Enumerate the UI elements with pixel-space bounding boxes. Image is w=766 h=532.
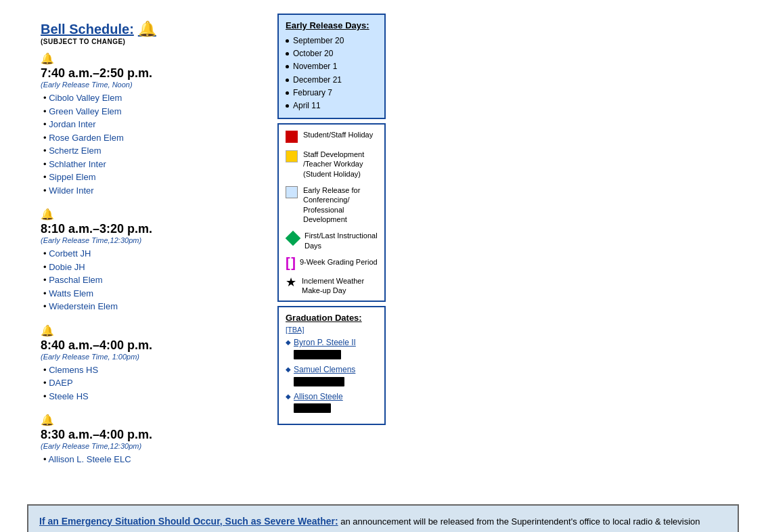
note-1: (Early Release Time, Noon) (41, 81, 264, 89)
emergency-link-text: If an Emergency Situation Should Occur, … (39, 516, 338, 527)
legend-label-weather: Inclement Weather Make-up Day (302, 276, 378, 296)
time-range-3: 8:40 a.m.–4:00 p.m. (41, 338, 264, 353)
grad-entry-3: ◆ Allison Steele (286, 392, 378, 414)
list-item: Jordan Inter (43, 118, 264, 131)
list-item: April 11 (286, 99, 378, 112)
time-range-4: 8:30 a.m.–4:00 p.m. (41, 428, 264, 442)
list-item: February 7 (286, 87, 378, 99)
bell-schedule-title: Bell Schedule: 🔔 (41, 20, 264, 38)
list-item: Allison L. Steele ELC (43, 453, 264, 466)
time-range-2: 8:10 a.m.–3:20 p.m. (41, 222, 264, 236)
grad-school-name-3: Allison Steele (294, 392, 343, 403)
grad-school-name-1: Byron P. Steele II (294, 338, 356, 349)
bell-icon-1: 🔔 (41, 52, 264, 65)
bullet-dot (286, 52, 289, 56)
list-item: Sippel Elem (43, 171, 264, 184)
school-list-4: Allison L. Steele ELC (41, 453, 264, 466)
legend-label-holiday: Student/Staff Holiday (303, 130, 373, 139)
legend-item-holiday: Student/Staff Holiday (286, 130, 378, 143)
grad-school-2: Samuel Clemens (294, 365, 355, 386)
list-item: December 21 (286, 74, 378, 87)
list-item: Steele HS (43, 390, 264, 403)
legend-box: Student/Staff Holiday Staff Development … (277, 123, 386, 302)
list-item: Wiederstein Elem (43, 300, 264, 313)
time-block-3: 🔔 8:40 a.m.–4:00 p.m. (Early Release Tim… (41, 324, 264, 403)
legend-label-grading-period: 9-Week Grading Period (300, 257, 378, 267)
early-release-list: September 20 October 20 November 1 Decem… (286, 35, 378, 112)
bracket-icon: [ ] (286, 256, 294, 269)
time-block-2: 🔔 8:10 a.m.–3:20 p.m. (Early Release Tim… (41, 208, 264, 313)
bell-icon: 🔔 (138, 20, 156, 38)
list-item: November 1 (286, 60, 378, 73)
grad-date-bar-2 (294, 377, 344, 386)
graduation-tba: [TBA] (286, 326, 378, 334)
list-item: October 20 (286, 47, 378, 60)
list-item: Cibolo Valley Elem (43, 91, 264, 105)
graduation-title: Graduation Dates: (286, 313, 378, 323)
bullet-dot (286, 79, 289, 82)
legend-item-early-release: Early Release for Conferencing/ Professi… (286, 185, 378, 224)
light-blue-box-icon (286, 186, 298, 198)
grad-diamond-icon-2: ◆ (286, 365, 291, 373)
diamond-icon (286, 231, 301, 246)
legend-label-staff-dev: Staff Development /Teacher Workday (Stud… (303, 150, 378, 179)
star-icon: ★ (286, 276, 296, 288)
graduation-box: Graduation Dates: [TBA] ◆ Byron P. Steel… (277, 306, 386, 425)
legend-label-early-release: Early Release for Conferencing/ Professi… (303, 185, 378, 224)
legend-item-weather: ★ Inclement Weather Make-up Day (286, 276, 378, 296)
list-item: Paschal Elem (43, 273, 264, 287)
grad-entry-1: ◆ Byron P. Steele II (286, 338, 378, 359)
grad-school-3: Allison Steele (294, 392, 343, 414)
grad-diamond-icon-1: ◆ (286, 338, 291, 346)
early-release-title: Early Release Days: (286, 20, 378, 30)
list-item: Dobie JH (43, 261, 264, 274)
bell-icon-3: 🔔 (41, 324, 264, 337)
list-item: Watts Elem (43, 287, 264, 301)
grad-entry-2: ◆ Samuel Clemens (286, 365, 378, 386)
time-block-4: 🔔 8:30 a.m.–4:00 p.m. (Early Release Tim… (41, 414, 264, 466)
grad-date-bar-3 (294, 403, 331, 413)
time-block-1: 🔔 7:40 a.m.–2:50 p.m. (Early Release Tim… (41, 52, 264, 197)
diamond-icon-wrapper (286, 231, 299, 244)
info-panel: Early Release Days: September 20 October… (277, 14, 386, 425)
bell-subtitle: (SUBJECT TO CHANGE) (41, 38, 264, 45)
time-range-1: 7:40 a.m.–2:50 p.m. (41, 66, 264, 81)
list-item: DAEP (43, 376, 264, 390)
list-item: Rose Garden Elem (43, 131, 264, 145)
note-4: (Early Release Time,12:30pm) (41, 442, 264, 450)
legend-item-grading-period: [ ] 9-Week Grading Period (286, 257, 378, 269)
list-item: Schertz Elem (43, 144, 264, 158)
bullet-dot (286, 65, 289, 68)
bullet-dot (286, 104, 289, 108)
emergency-banner: If an Emergency Situation Should Occur, … (27, 504, 739, 533)
school-list-3: Clemens HS DAEP Steele HS (41, 363, 264, 403)
bell-title-text: Bell Schedule: (41, 22, 134, 37)
list-item: September 20 (286, 35, 378, 47)
school-list-2: Corbett JH Dobie JH Paschal Elem Watts E… (41, 247, 264, 313)
bullet-dot (286, 39, 289, 43)
list-item: Wilder Inter (43, 184, 264, 198)
bell-icon-2: 🔔 (41, 208, 264, 221)
list-item: Corbett JH (43, 247, 264, 261)
grad-date-bar-1 (294, 350, 341, 359)
note-2: (Early Release Time,12:30pm) (41, 236, 264, 244)
bell-icon-4: 🔔 (41, 414, 264, 426)
legend-item-first-last: First/Last Instructional Days (286, 231, 378, 250)
grad-school-name-2: Samuel Clemens (294, 365, 355, 376)
list-item: Green Valley Elem (43, 105, 264, 118)
red-box-icon (286, 131, 298, 143)
bell-schedule-section: Bell Schedule: 🔔 (SUBJECT TO CHANGE) 🔔 7… (41, 14, 264, 477)
note-3: (Early Release Time, 1:00pm) (41, 353, 264, 361)
grad-school-1: Byron P. Steele II (294, 338, 356, 359)
list-item: Schlather Inter (43, 158, 264, 171)
grad-diamond-icon-3: ◆ (286, 393, 291, 400)
school-list-1: Cibolo Valley Elem Green Valley Elem Jor… (41, 91, 264, 197)
list-item: Clemens HS (43, 363, 264, 377)
yellow-box-icon (286, 150, 298, 162)
early-release-box: Early Release Days: September 20 October… (277, 14, 386, 119)
legend-label-first-last: First/Last Instructional Days (305, 231, 378, 250)
legend-item-staff-dev: Staff Development /Teacher Workday (Stud… (286, 150, 378, 179)
bullet-dot (286, 91, 289, 95)
